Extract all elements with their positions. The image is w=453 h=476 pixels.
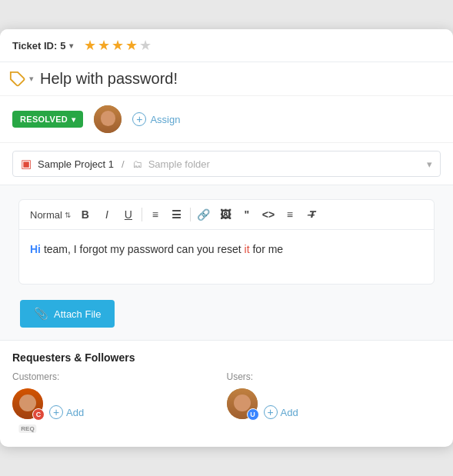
add-customer-icon: + [49, 405, 63, 419]
ordered-list-button[interactable]: ≡ [145, 205, 165, 225]
followers-title: Requesters & Followers [12, 351, 441, 364]
format-chevron-icon: ⇅ [65, 211, 71, 219]
attach-section: 📎 Attach File [9, 292, 444, 340]
format-select[interactable]: Normal ⇅ [27, 208, 74, 222]
status-row: RESOLVED ▾ + Assign [0, 96, 453, 143]
users-items: U + Add [227, 388, 441, 434]
image-button[interactable]: 🖼 [215, 205, 235, 225]
link-button[interactable]: 🔗 [194, 205, 214, 225]
attach-file-button[interactable]: 📎 Attach File [20, 300, 115, 328]
editor-hi-word: Hi [30, 243, 41, 255]
assign-plus-icon: + [132, 112, 146, 126]
star-rating[interactable]: ★ ★ ★ ★ ★ [84, 37, 152, 54]
assignee-avatar[interactable] [94, 105, 122, 133]
req-label: REQ [18, 424, 36, 433]
star-4[interactable]: ★ [125, 37, 138, 54]
user-badge: U [247, 408, 259, 421]
editor-text-1: team, I forgot my password can you reset [41, 243, 245, 255]
ticket-id-label: Ticket ID: [12, 40, 57, 52]
code-button[interactable]: <> [258, 205, 278, 225]
header-bar: Ticket ID: 5 ▾ ★ ★ ★ ★ ★ [0, 29, 453, 62]
ticket-id[interactable]: Ticket ID: 5 ▾ [12, 40, 73, 52]
star-5[interactable]: ★ [139, 37, 152, 54]
followers-section: Requesters & Followers Customers: C REQ … [0, 340, 453, 447]
followers-columns: Customers: C REQ + Add [12, 371, 441, 434]
ticket-id-chevron-icon: ▾ [69, 42, 73, 50]
add-user-button[interactable]: + Add [264, 405, 298, 419]
customers-label: Customers: [12, 371, 227, 382]
add-customer-button[interactable]: + Add [49, 405, 84, 419]
project-name: Sample Project 1 [38, 158, 114, 170]
customer-avatar-wrap: C REQ [12, 388, 43, 419]
editor-area: Normal ⇅ B I U ≡ ☰ 🔗 🖼 " <> ≡ T̶ Hi team… [18, 199, 435, 285]
add-user-label: Add [281, 407, 298, 418]
title-row: ▾ [0, 62, 453, 96]
ticket-id-value: 5 [60, 40, 65, 52]
align-button[interactable]: ≡ [280, 205, 300, 225]
editor-content[interactable]: Hi team, I forgot my password can you re… [19, 230, 434, 284]
project-selector[interactable]: ▣ Sample Project 1 / 🗂 Sample folder ▾ [12, 151, 441, 177]
format-label: Normal [30, 209, 62, 221]
editor-toolbar: Normal ⇅ B I U ≡ ☰ 🔗 🖼 " <> ≡ T̶ [19, 200, 434, 230]
folder-icon: 🗂 [132, 158, 142, 170]
tag-icon [9, 71, 26, 88]
users-column: Users: U + Add [227, 371, 441, 434]
star-3[interactable]: ★ [112, 37, 124, 54]
bold-button[interactable]: B [75, 205, 95, 225]
toolbar-divider-2 [190, 208, 191, 221]
customer-badge: C [32, 408, 45, 421]
ticket-title-input[interactable] [40, 70, 441, 88]
project-row: ▣ Sample Project 1 / 🗂 Sample folder ▾ [0, 143, 453, 185]
unordered-list-button[interactable]: ☰ [167, 205, 187, 225]
add-user-icon: + [264, 405, 278, 419]
project-separator: / [122, 158, 125, 170]
attach-label: Attach File [54, 308, 101, 320]
user-avatar-wrap: U [227, 388, 258, 419]
italic-button[interactable]: I [97, 205, 117, 225]
add-customer-label: Add [66, 407, 84, 418]
customers-items: C REQ + Add [12, 388, 227, 434]
project-icon: ▣ [21, 157, 32, 171]
star-2[interactable]: ★ [98, 37, 110, 54]
assign-button[interactable]: + Assign [132, 112, 180, 126]
quote-button[interactable]: " [237, 205, 257, 225]
customers-column: Customers: C REQ + Add [12, 371, 227, 434]
underline-button[interactable]: U [118, 205, 138, 225]
title-type-chevron-icon: ▾ [29, 74, 34, 84]
ticket-type-icon[interactable]: ▾ [9, 71, 34, 88]
toolbar-divider-1 [142, 208, 142, 221]
status-badge[interactable]: RESOLVED ▾ [12, 111, 83, 128]
folder-name: Sample folder [148, 158, 210, 170]
ticket-card: Ticket ID: 5 ▾ ★ ★ ★ ★ ★ ▾ RESOLVED ▾ [0, 29, 453, 447]
status-chevron-icon: ▾ [72, 115, 75, 124]
editor-it-word: it [245, 243, 250, 255]
paperclip-icon: 📎 [34, 307, 48, 321]
star-1[interactable]: ★ [84, 37, 96, 54]
status-label: RESOLVED [20, 115, 68, 124]
assign-label: Assign [150, 114, 180, 125]
project-chevron-icon: ▾ [427, 158, 432, 170]
editor-text-2: for me [250, 243, 284, 255]
editor-wrapper: Normal ⇅ B I U ≡ ☰ 🔗 🖼 " <> ≡ T̶ Hi team… [0, 185, 453, 340]
clear-format-button[interactable]: T̶ [301, 205, 321, 225]
users-label: Users: [227, 371, 441, 382]
